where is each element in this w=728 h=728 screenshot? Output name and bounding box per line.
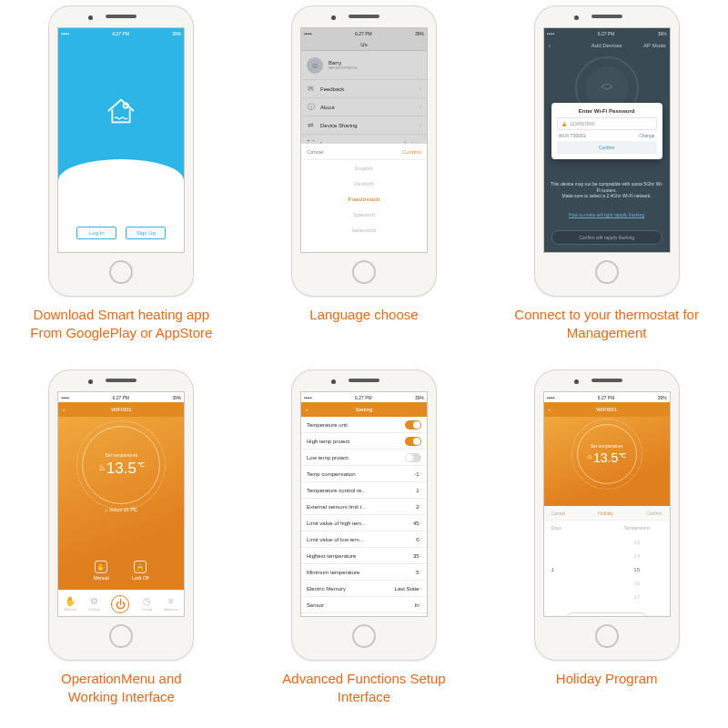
home-button[interactable]	[109, 260, 133, 284]
phone-frame: •••••6:27 PM39% Log In Sign Up	[48, 5, 194, 297]
lang-option-selected[interactable]: Französisch	[301, 191, 427, 207]
chevron-right-icon: ›	[420, 552, 421, 559]
setting-row[interactable]: Limit value of low tem...0›	[301, 531, 427, 548]
power-icon: ⏻	[111, 595, 129, 613]
caption: Connect to your thermostat forManagement	[514, 306, 699, 343]
back-icon[interactable]: ‹	[549, 407, 551, 412]
page-title: ‹WIFI001	[58, 402, 184, 417]
screen-operation: •••••6:27 PM39% ‹WIFI001 Set temperature…	[57, 391, 185, 617]
home-button[interactable]	[595, 624, 619, 648]
confirm-flash-button[interactable]: Confirm wifi rapidly flashing	[551, 230, 662, 245]
home-icon: ⌂	[105, 507, 107, 512]
setting-row[interactable]: Electric MemoryLast State›	[301, 581, 427, 597]
hand-icon: ✋	[95, 561, 107, 573]
holiday-tabs: Cancel Holiday Confirm	[544, 506, 670, 521]
setting-row[interactable]: SensorIn›	[301, 597, 427, 613]
home-button[interactable]	[109, 624, 133, 648]
lang-option[interactable]: Italienisch	[301, 222, 427, 238]
caption: Download Smart heating appFrom GooglePla…	[30, 306, 212, 343]
back-icon[interactable]: ‹	[306, 407, 308, 412]
setting-row[interactable]: Highest temperature35›	[301, 548, 427, 564]
setting-row[interactable]: External sensors limit t...2›	[301, 499, 427, 515]
ap-mode-link[interactable]: AP Mode	[643, 43, 666, 48]
home-button[interactable]	[595, 260, 619, 284]
toggle[interactable]	[405, 453, 421, 462]
screen-language: •••••6:27 PM39% Us ☺ BarryMEDIETXPRESS ✉…	[300, 27, 428, 253]
temperature-dial[interactable]: Set temperature ♨13.5℃	[577, 424, 637, 484]
modal-title: Enter Wi-Fi Password	[557, 108, 657, 114]
holiday-row[interactable]: 115	[544, 562, 670, 576]
lang-option[interactable]: Deutsch	[301, 176, 427, 191]
cell-holiday: •••••6:27 PM39% ‹WIFI001 Set temperature…	[485, 364, 728, 728]
login-button[interactable]: Log In	[76, 227, 116, 239]
compat-note: This device may not be compatible with s…	[550, 181, 664, 199]
lock-icon: 🔒	[561, 121, 567, 126]
back-icon[interactable]: ‹	[63, 407, 65, 412]
nav-setting[interactable]: ⚙Setting	[88, 596, 99, 612]
cell-download: •••••6:27 PM39% Log In Sign Up Download …	[0, 0, 243, 364]
confirm-button[interactable]: Confirm	[402, 149, 421, 155]
caption: Advanced Functions SetupInterface	[282, 670, 445, 707]
gear-icon: ⚙	[90, 596, 98, 606]
manual-button[interactable]: ✋Manual	[94, 561, 108, 581]
setting-row[interactable]: High temp protect	[301, 433, 427, 450]
caption: Holiday Program	[556, 670, 658, 688]
page-title: ‹WIFI001	[544, 402, 670, 417]
holiday-row[interactable]: 16	[544, 576, 670, 590]
hand-icon: ✋	[65, 596, 76, 606]
nav-manual[interactable]: ✋Manual	[65, 596, 76, 612]
language-picker: CancelConfirm English Deutsch Französisc…	[301, 143, 427, 252]
cancel-button[interactable]: Cancel	[307, 149, 324, 155]
setting-row[interactable]: Temperature unit	[301, 417, 427, 433]
back-icon[interactable]: ‹	[549, 43, 551, 48]
password-input[interactable]: 🔒1234567890	[557, 117, 657, 130]
nav-power[interactable]: ⏻	[111, 595, 129, 613]
setting-row[interactable]: Temp compensation-1›	[301, 466, 427, 482]
home-button[interactable]	[352, 260, 376, 284]
setting-row[interactable]: Temperature control re...1›	[301, 482, 427, 499]
nav-advance[interactable]: ≡Advance	[164, 596, 178, 612]
holiday-row[interactable]: 17	[544, 590, 670, 603]
chevron-right-icon: ›	[420, 585, 421, 592]
temperature-dial[interactable]: Set temperature ♨13.5℃	[82, 426, 160, 504]
screen-login: •••••6:27 PM39% Log In Sign Up	[57, 27, 185, 253]
toggle[interactable]	[405, 420, 421, 430]
screen-wifi: •••••6:27 PM39% ‹Add DevicesAP Mode ⌔ En…	[543, 27, 671, 253]
chevron-right-icon: ›	[420, 536, 421, 542]
chevron-right-icon: ›	[420, 487, 421, 493]
toggle[interactable]	[405, 437, 421, 446]
home-button[interactable]	[352, 624, 376, 648]
cell-language: •••••6:27 PM39% Us ☺ BarryMEDIETXPRESS ✉…	[243, 0, 486, 364]
svg-point-0	[124, 103, 128, 107]
chevron-right-icon: ›	[420, 569, 421, 575]
nav-timing[interactable]: ◷Timing	[141, 596, 152, 612]
flame-icon: ♨	[587, 453, 592, 460]
change-link[interactable]: Change	[639, 133, 655, 138]
chevron-right-icon: ›	[420, 520, 421, 526]
bottom-nav: ✋Manual ⚙Setting ⏻ ◷Timing ≡Advance	[58, 590, 184, 617]
setting-row[interactable]: Low temp protect	[301, 450, 427, 466]
chevron-right-icon: ›	[420, 503, 421, 510]
ssid-label: Wi-Fi T30001	[559, 133, 586, 138]
holiday-row[interactable]: 13	[544, 535, 670, 549]
cancel-button[interactable]: Cancel	[551, 511, 566, 516]
signup-button[interactable]: Sign Up	[126, 227, 166, 239]
caption: Language choose	[309, 306, 418, 324]
hero	[58, 38, 184, 184]
cell-wifi: •••••6:27 PM39% ‹Add DevicesAP Mode ⌔ En…	[485, 0, 728, 364]
lang-option[interactable]: English	[301, 160, 427, 176]
help-link[interactable]: How to make wifi light rapidly flashing	[544, 212, 670, 217]
setting-row[interactable]: Limit value of high tem...45›	[301, 515, 427, 531]
lang-option[interactable]: Spanisch	[301, 207, 427, 222]
page-title: ‹Setting	[301, 402, 427, 417]
caption: OperationMenu andWorking Interface	[61, 670, 182, 707]
lock-button[interactable]: 🔒Lock Off	[132, 561, 149, 581]
chevron-right-icon: ›	[420, 602, 421, 608]
holiday-row[interactable]: 14	[544, 549, 670, 562]
confirm-button[interactable]: Confirm	[646, 511, 662, 516]
cell-operation: •••••6:27 PM39% ‹WIFI001 Set temperature…	[0, 364, 243, 728]
close-holiday-button[interactable]: Close Holiday Mode	[566, 612, 648, 617]
confirm-button[interactable]: Confirm	[557, 141, 657, 154]
sliders-icon: ≡	[168, 596, 174, 606]
setting-row[interactable]: Minimum temperature5›	[301, 564, 427, 581]
